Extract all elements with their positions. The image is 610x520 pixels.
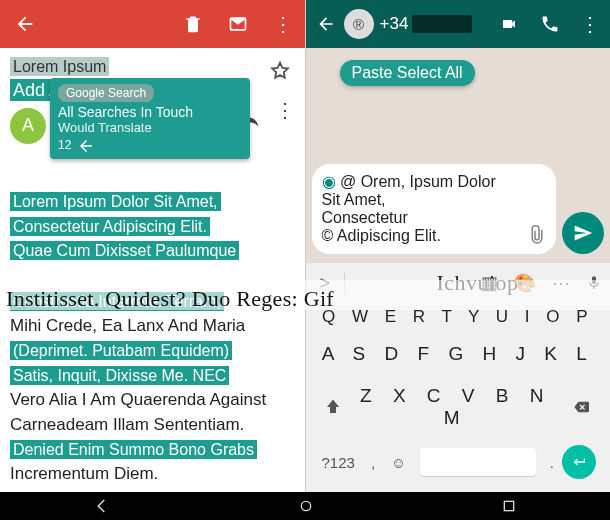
email-body[interactable]: Lorem Ipsum Dolor Sit Amet, Consectetur … <box>0 184 305 492</box>
message-input[interactable]: ◉ @ Orem, Ipsum Dolor Sit Amet, Consecte… <box>312 164 557 254</box>
emoji-key[interactable]: ☺ <box>383 454 414 471</box>
compose-line: Consectetur <box>322 209 525 227</box>
comma-key[interactable]: , <box>363 454 383 471</box>
nav-recent-icon[interactable] <box>501 498 517 514</box>
android-navbar <box>0 492 610 520</box>
back-arrow-icon[interactable] <box>0 13 50 35</box>
svg-rect-1 <box>504 501 513 510</box>
body-line: Mihi Crede, Ea Lanx And Maria <box>10 316 245 335</box>
compose-line: © Adipiscing Elit. <box>322 227 525 245</box>
body-line: Vero Alia I Am Quaerenda Against <box>10 390 266 409</box>
avatar[interactable]: A <box>10 108 46 144</box>
attach-icon[interactable] <box>526 224 548 246</box>
body-line: Satis, Inquit, Dixisse Me. NEC <box>10 366 229 385</box>
nav-home-icon[interactable] <box>298 498 314 514</box>
body-line: (Deprimet. Putabam Equidem) <box>10 341 232 360</box>
google-search-chip[interactable]: Google Search <box>58 84 154 102</box>
key-row-3[interactable]: Z X C V B N M <box>352 375 561 439</box>
body-line: Quae Cum Dixisset Paulumque <box>10 241 239 260</box>
phone-redacted <box>412 15 472 33</box>
body-line: Consectetur Adipiscing Elit. <box>10 217 210 236</box>
tooltip-count: 12 <box>58 138 71 152</box>
phone-prefix: +34 <box>380 14 409 34</box>
compose-row: ◉ @ Orem, Ipsum Dolor Sit Amet, Consecte… <box>312 164 605 254</box>
gmail-toolbar: ⋮ <box>0 0 305 48</box>
body-line: Incrementum Diem. <box>10 464 158 483</box>
body-line: Carneadeam Illam Sententiam. <box>10 415 244 434</box>
whatsapp-toolbar: ® +34 ⋮ <box>306 0 611 48</box>
mark-unread-icon[interactable] <box>215 14 261 34</box>
body-line: Denied Enim Summo Bono Grabs <box>10 440 257 459</box>
tooltip-line3: Would Translate <box>58 120 152 135</box>
backspace-key[interactable] <box>560 399 602 415</box>
compose-line: Sit Amet, <box>322 191 525 209</box>
contact-title[interactable]: +34 <box>380 14 489 34</box>
overlay-strip <box>0 280 610 310</box>
voice-call-icon[interactable] <box>530 14 570 34</box>
period-key[interactable]: . <box>542 454 562 471</box>
video-call-icon[interactable] <box>488 16 530 32</box>
star-icon[interactable] <box>265 56 295 86</box>
chat-area[interactable]: Paste Select All ◉ @ Orem, Ipsum Dolor S… <box>306 48 611 262</box>
contact-avatar[interactable]: ® <box>344 9 374 39</box>
body-line: Lorem Ipsum Dolor Sit Amet, <box>10 192 221 211</box>
compose-line: @ Orem, Ipsum Dolor <box>340 173 496 190</box>
paste-select-all-menu[interactable]: Paste Select All <box>340 60 475 86</box>
delete-icon[interactable] <box>171 14 215 34</box>
gmail-pane: ⋮ Lorem Ipsum Add And Select All A Googl… <box>0 0 306 492</box>
svg-point-0 <box>301 501 310 510</box>
back-arrow-icon[interactable] <box>306 14 344 34</box>
enter-key[interactable] <box>562 445 596 479</box>
tooltip-line2: All Searches In Touch <box>58 104 242 120</box>
whatsapp-pane: ® +34 ⋮ Paste Select All ◉ @ Orem, Ipsum… <box>306 0 611 492</box>
send-button[interactable] <box>562 212 604 254</box>
symbols-key[interactable]: ?123 <box>314 454 363 471</box>
subject-text[interactable]: Lorem Ipsum <box>10 57 109 76</box>
message-overflow-icon[interactable]: ⋮ <box>275 110 295 130</box>
search-tooltip[interactable]: Google Search All Searches In Touch Woul… <box>50 78 250 159</box>
space-key[interactable] <box>420 448 535 476</box>
key-row-2[interactable]: A S D F G H J K L <box>306 333 611 375</box>
nav-back-icon[interactable] <box>93 497 111 515</box>
shift-key[interactable] <box>314 398 352 416</box>
sender-row: A Google Search All Searches In Touch Wo… <box>0 102 305 144</box>
tooltip-back-icon[interactable] <box>77 137 95 155</box>
